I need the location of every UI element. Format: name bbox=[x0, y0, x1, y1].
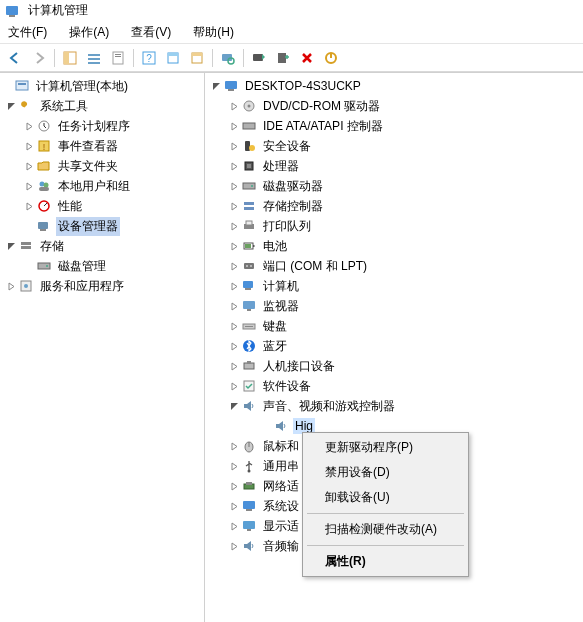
ctx-scan-hardware[interactable]: 扫描检测硬件改动(A) bbox=[305, 517, 466, 542]
device-mgr-icon bbox=[36, 218, 52, 234]
device-icon bbox=[241, 538, 257, 554]
toolbar-icon-2[interactable] bbox=[186, 47, 208, 69]
expand-icon[interactable] bbox=[227, 199, 241, 213]
tree-shared-folders[interactable]: 共享文件夹 bbox=[0, 156, 204, 176]
tree-device-manager[interactable]: 设备管理器 bbox=[0, 216, 204, 236]
dev-security[interactable]: 安全设备 bbox=[205, 136, 583, 156]
collapse-icon[interactable] bbox=[4, 239, 18, 253]
back-button[interactable] bbox=[4, 47, 26, 69]
tree-root[interactable]: 计算机管理(本地) bbox=[0, 76, 204, 96]
ctx-separator bbox=[307, 545, 464, 546]
expand-icon[interactable] bbox=[227, 179, 241, 193]
dev-keyboards[interactable]: 键盘 bbox=[205, 316, 583, 336]
collapse-icon[interactable] bbox=[209, 79, 223, 93]
device-label: DVD/CD-ROM 驱动器 bbox=[261, 97, 382, 116]
expand-icon[interactable] bbox=[22, 199, 36, 213]
expand-icon[interactable] bbox=[227, 319, 241, 333]
dev-storage-controllers[interactable]: 存储控制器 bbox=[205, 196, 583, 216]
expand-icon[interactable] bbox=[227, 479, 241, 493]
view-button[interactable] bbox=[83, 47, 105, 69]
dev-print-queues[interactable]: 打印队列 bbox=[205, 216, 583, 236]
expand-icon[interactable] bbox=[227, 539, 241, 553]
tree-services-apps[interactable]: 服务和应用程序 bbox=[0, 276, 204, 296]
tree-system-tools[interactable]: 系统工具 bbox=[0, 96, 204, 116]
properties-button[interactable] bbox=[107, 47, 129, 69]
expand-icon[interactable] bbox=[227, 499, 241, 513]
device-label: 计算机 bbox=[261, 277, 301, 296]
device-label: 鼠标和 bbox=[261, 437, 301, 456]
expand-icon[interactable] bbox=[227, 339, 241, 353]
scan-hardware-button[interactable] bbox=[217, 47, 239, 69]
dev-ide[interactable]: IDE ATA/ATAPI 控制器 bbox=[205, 116, 583, 136]
dev-bluetooth[interactable]: 蓝牙 bbox=[205, 336, 583, 356]
dev-hid[interactable]: 人机接口设备 bbox=[205, 356, 583, 376]
svg-rect-19 bbox=[278, 53, 286, 63]
titlebar: 计算机管理 bbox=[0, 0, 583, 22]
collapse-icon[interactable] bbox=[227, 399, 241, 413]
dev-cpu[interactable]: 处理器 bbox=[205, 156, 583, 176]
dev-computer[interactable]: DESKTOP-4S3UCKP bbox=[205, 76, 583, 96]
dev-dvd[interactable]: DVD/CD-ROM 驱动器 bbox=[205, 96, 583, 116]
svg-rect-61 bbox=[243, 301, 255, 309]
uninstall-button[interactable] bbox=[272, 47, 294, 69]
dev-software-devices[interactable]: 软件设备 bbox=[205, 376, 583, 396]
expand-icon[interactable] bbox=[22, 119, 36, 133]
expand-icon[interactable] bbox=[227, 119, 241, 133]
device-label: 网络适 bbox=[261, 477, 301, 496]
tree-disk-mgmt[interactable]: 磁盘管理 bbox=[0, 256, 204, 276]
expand-icon[interactable] bbox=[227, 379, 241, 393]
tree-label: 事件查看器 bbox=[56, 137, 120, 156]
expand-icon[interactable] bbox=[227, 219, 241, 233]
perf-icon bbox=[36, 198, 52, 214]
tree-local-users[interactable]: 本地用户和组 bbox=[0, 176, 204, 196]
menu-view[interactable]: 查看(V) bbox=[127, 22, 175, 43]
tree-task-scheduler[interactable]: 任务计划程序 bbox=[0, 116, 204, 136]
expand-icon[interactable] bbox=[22, 159, 36, 173]
svg-rect-59 bbox=[243, 281, 253, 288]
collapse-icon[interactable] bbox=[4, 99, 18, 113]
menu-file[interactable]: 文件(F) bbox=[4, 22, 51, 43]
expand-icon[interactable] bbox=[227, 239, 241, 253]
ctx-properties[interactable]: 属性(R) bbox=[305, 549, 466, 574]
device-label: 端口 (COM 和 LPT) bbox=[261, 257, 369, 276]
dev-diskdrive[interactable]: 磁盘驱动器 bbox=[205, 176, 583, 196]
ctx-disable-device[interactable]: 禁用设备(D) bbox=[305, 460, 466, 485]
expand-icon[interactable] bbox=[227, 439, 241, 453]
dev-monitors[interactable]: 监视器 bbox=[205, 296, 583, 316]
expand-icon[interactable] bbox=[227, 259, 241, 273]
dev-ports[interactable]: 端口 (COM 和 LPT) bbox=[205, 256, 583, 276]
expand-icon[interactable] bbox=[22, 179, 36, 193]
svg-rect-34 bbox=[38, 263, 50, 269]
device-icon bbox=[241, 318, 257, 334]
toolbar-icon-1[interactable] bbox=[162, 47, 184, 69]
ctx-update-driver[interactable]: 更新驱动程序(P) bbox=[305, 435, 466, 460]
expand-icon[interactable] bbox=[227, 279, 241, 293]
menu-action[interactable]: 操作(A) bbox=[65, 22, 113, 43]
expand-icon[interactable] bbox=[227, 99, 241, 113]
help-button[interactable]: ? bbox=[138, 47, 160, 69]
expand-icon[interactable] bbox=[22, 139, 36, 153]
tree-event-viewer[interactable]: ! 事件查看器 bbox=[0, 136, 204, 156]
menu-help[interactable]: 帮助(H) bbox=[189, 22, 238, 43]
update-driver-button[interactable] bbox=[248, 47, 270, 69]
svg-point-44 bbox=[249, 145, 255, 151]
dev-computers[interactable]: 计算机 bbox=[205, 276, 583, 296]
dev-sound[interactable]: 声音、视频和游戏控制器 bbox=[205, 396, 583, 416]
expand-icon[interactable] bbox=[227, 299, 241, 313]
tree-storage[interactable]: 存储 bbox=[0, 236, 204, 256]
ctx-uninstall-device[interactable]: 卸载设备(U) bbox=[305, 485, 466, 510]
delete-button[interactable] bbox=[296, 47, 318, 69]
tree-performance[interactable]: 性能 bbox=[0, 196, 204, 216]
expand-icon[interactable] bbox=[227, 459, 241, 473]
expand-icon[interactable] bbox=[4, 279, 18, 293]
expand-icon[interactable] bbox=[227, 139, 241, 153]
dev-battery[interactable]: 电池 bbox=[205, 236, 583, 256]
expand-icon[interactable] bbox=[227, 159, 241, 173]
expand-icon[interactable] bbox=[227, 359, 241, 373]
show-hide-tree-button[interactable] bbox=[59, 47, 81, 69]
forward-button[interactable] bbox=[28, 47, 50, 69]
device-icon bbox=[241, 458, 257, 474]
disable-button[interactable] bbox=[320, 47, 342, 69]
svg-text:!: ! bbox=[43, 142, 46, 152]
expand-icon[interactable] bbox=[227, 519, 241, 533]
